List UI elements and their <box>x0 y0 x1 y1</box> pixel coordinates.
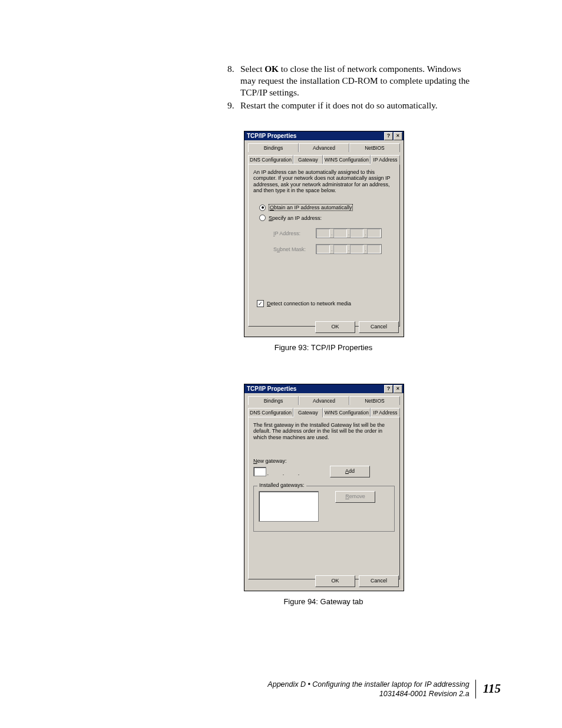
cancel-button[interactable]: Cancel <box>359 575 399 587</box>
ok-button[interactable]: OK <box>315 575 355 587</box>
subnet-mask-input: . . . <box>316 244 382 254</box>
titlebar[interactable]: TCP/IP Properties ? × <box>244 131 404 140</box>
new-gateway-input[interactable]: . . . <box>253 467 312 476</box>
tab-netbios[interactable]: NetBIOS <box>349 143 400 152</box>
checkbox-label: Detect connection to network media <box>267 301 351 307</box>
tcpip-properties-dialog-gateway: TCP/IP Properties ? × Bindings Advanced … <box>244 384 404 591</box>
tab-ip-address[interactable]: IP Address <box>371 155 400 164</box>
new-gateway-label: New gateway: <box>253 458 395 464</box>
panel-description: An IP address can be automatically assig… <box>253 169 395 193</box>
tab-advanced[interactable]: Advanced <box>299 143 349 152</box>
dialog-title: TCP/IP Properties <box>247 386 296 392</box>
tab-netbios[interactable]: NetBIOS <box>349 396 400 405</box>
ip-address-panel: An IP address can be automatically assig… <box>248 164 400 327</box>
ok-bold: OK <box>265 64 279 74</box>
text: Restart the computer if it does not do s… <box>240 100 438 110</box>
remove-button: Remove <box>335 491 375 503</box>
cancel-button[interactable]: Cancel <box>359 321 399 333</box>
list-number: 9. <box>227 100 234 111</box>
installed-gateways-list[interactable] <box>259 491 319 522</box>
instruction-8: 8. Select OK to close the list of networ… <box>227 63 475 98</box>
tab-dns[interactable]: DNS Configuration <box>248 408 293 417</box>
figure-93-caption: Figure 93: TCP/IP Properties <box>244 343 403 352</box>
list-number: 8. <box>227 63 234 75</box>
radio-label: Obtain an IP address automatically <box>269 204 353 211</box>
dialog-title: TCP/IP Properties <box>247 133 296 139</box>
close-icon[interactable]: × <box>394 385 402 393</box>
footer-revision: 1031484-0001 Revision 2.a <box>267 689 469 699</box>
help-icon[interactable]: ? <box>384 385 393 393</box>
tab-row-1: Bindings Advanced NetBIOS <box>248 396 400 405</box>
radio-obtain-auto[interactable]: Obtain an IP address automatically <box>259 204 395 211</box>
footer-appendix: Appendix D • Configuring the installer l… <box>267 680 469 689</box>
tab-gateway[interactable]: Gateway <box>293 155 323 164</box>
ip-address-input: . . . <box>316 228 382 238</box>
figure-94-caption: Figure 94: Gateway tab <box>244 597 403 606</box>
tab-row-2: DNS Configuration Gateway WINS Configura… <box>248 408 400 417</box>
radio-specify[interactable]: Specify an IP address: <box>259 215 395 221</box>
tab-wins[interactable]: WINS Configuration <box>323 155 371 164</box>
radio-label: Specify an IP address: <box>269 215 322 221</box>
tab-advanced[interactable]: Advanced <box>299 396 349 405</box>
subnet-mask-row: Subnet Mask: . . . <box>273 244 395 254</box>
instruction-list: 8. Select OK to close the list of networ… <box>227 63 475 113</box>
add-button[interactable]: Add <box>330 466 370 477</box>
tab-row-1: Bindings Advanced NetBIOS <box>248 143 400 152</box>
page-footer: Appendix D • Configuring the installer l… <box>267 680 501 699</box>
tab-dns[interactable]: DNS Configuration <box>248 155 293 164</box>
radio-icon[interactable] <box>259 215 266 221</box>
titlebar[interactable]: TCP/IP Properties ? × <box>244 384 404 393</box>
installed-gateways-group: Installed gateways: Remove <box>253 486 395 532</box>
close-icon[interactable]: × <box>394 132 402 140</box>
page-number: 115 <box>476 681 501 696</box>
tab-row-2: DNS Configuration Gateway WINS Configura… <box>248 155 400 164</box>
text: Select <box>240 64 265 74</box>
tcpip-properties-dialog-ip: TCP/IP Properties ? × Bindings Advanced … <box>244 131 404 337</box>
tab-bindings[interactable]: Bindings <box>248 396 299 405</box>
gateway-panel: The first gateway in the Installed Gatew… <box>248 417 400 579</box>
checkbox-icon[interactable]: ✓ <box>257 300 264 307</box>
tab-gateway[interactable]: Gateway <box>293 408 323 417</box>
panel-description: The first gateway in the Installed Gatew… <box>253 422 395 440</box>
ip-address-row: IP Address: . . . <box>273 228 395 238</box>
tab-ip-address[interactable]: IP Address <box>371 408 400 417</box>
ok-button[interactable]: OK <box>315 321 355 333</box>
subnet-mask-label: Subnet Mask: <box>273 246 310 252</box>
instruction-9: 9. Restart the computer if it does not d… <box>227 100 475 111</box>
detect-connection-checkbox[interactable]: ✓ Detect connection to network media <box>257 300 351 307</box>
ip-address-label: IP Address: <box>273 230 310 236</box>
tab-wins[interactable]: WINS Configuration <box>323 408 371 417</box>
tab-bindings[interactable]: Bindings <box>248 143 299 152</box>
help-icon[interactable]: ? <box>384 132 393 140</box>
radio-icon[interactable] <box>259 205 266 211</box>
installed-gateways-label: Installed gateways: <box>257 482 306 488</box>
